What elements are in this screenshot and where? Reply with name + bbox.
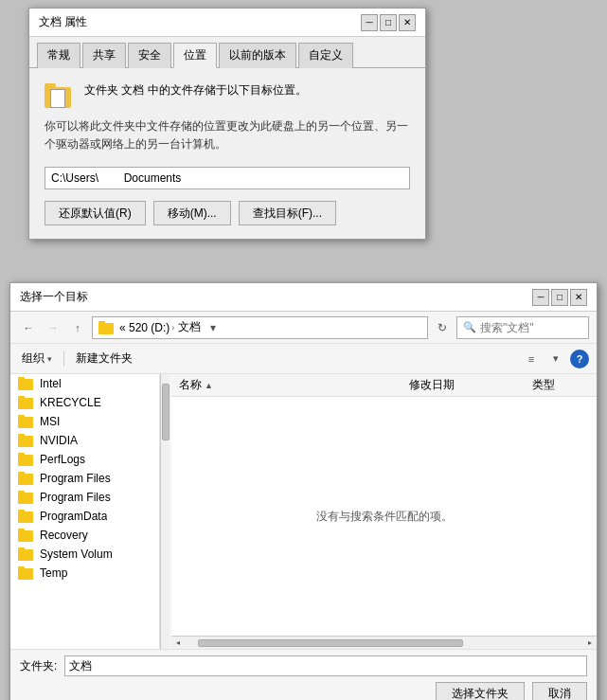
hscroll-left-button[interactable]: ◂ bbox=[171, 637, 185, 650]
col-date-header[interactable]: 修改日期 bbox=[409, 377, 532, 393]
tab-general[interactable]: 常规 bbox=[37, 43, 80, 68]
list-item[interactable]: PerfLogs bbox=[10, 450, 159, 469]
view-icon: ≡ bbox=[528, 353, 534, 365]
properties-title: 文档 属性 bbox=[39, 14, 87, 30]
path-input[interactable] bbox=[45, 167, 410, 189]
tab-previous[interactable]: 以前的版本 bbox=[219, 43, 296, 68]
move-button[interactable]: 移动(M)... bbox=[153, 201, 231, 225]
fp-scrollbar-thumb[interactable] bbox=[162, 384, 170, 440]
fp-minimize-button[interactable]: ─ bbox=[532, 289, 549, 306]
folder-icon bbox=[18, 491, 35, 504]
minimize-button[interactable]: ─ bbox=[361, 14, 378, 31]
filepicker-dialog: 选择一个目标 ─ □ ✕ ← → ↑ « 520 (D:) › 文档 ▾ ↻ 🔍 bbox=[9, 282, 598, 700]
folder-icon bbox=[18, 510, 35, 523]
list-item[interactable]: ProgramData bbox=[10, 507, 159, 526]
properties-titlebar: 文档 属性 ─ □ ✕ bbox=[29, 9, 425, 37]
restore-default-button[interactable]: 还原默认值(R) bbox=[45, 201, 146, 225]
path-input-row bbox=[45, 167, 410, 189]
properties-dialog: 文档 属性 ─ □ ✕ 常规 共享 安全 位置 以前的版本 自定义 文件夹 文档… bbox=[28, 8, 426, 240]
list-item[interactable]: Program Files bbox=[10, 469, 159, 488]
folder-label: NVIDIA bbox=[40, 434, 78, 447]
list-item-recovery[interactable]: Recovery bbox=[10, 526, 159, 545]
search-bar[interactable]: 🔍 bbox=[456, 316, 589, 339]
col-type-header[interactable]: 类型 bbox=[532, 377, 589, 393]
fp-right-pane: 名称 ▲ 修改日期 类型 没有与搜索条件匹配的项。 ◂ ▸ bbox=[171, 374, 597, 649]
properties-content: 文件夹 文档 中的文件存储于以下目标位置。 你可以将此文件夹中文件存储的位置更改… bbox=[29, 68, 425, 239]
maximize-button[interactable]: □ bbox=[380, 14, 397, 31]
tab-share[interactable]: 共享 bbox=[82, 43, 126, 68]
folder-label: PerfLogs bbox=[40, 453, 85, 466]
fp-toolbar: 组织 ▾ 新建文件夹 ≡ ▾ ? bbox=[10, 344, 597, 374]
organize-label: 组织 bbox=[22, 350, 45, 367]
fp-horizontal-scrollbar[interactable]: ◂ ▸ bbox=[171, 636, 597, 649]
tab-location[interactable]: 位置 bbox=[173, 43, 217, 68]
list-item[interactable]: Program Files bbox=[10, 488, 159, 507]
search-input[interactable] bbox=[480, 321, 582, 334]
list-item[interactable]: KRECYCLE bbox=[10, 393, 159, 412]
select-folder-button[interactable]: 选择文件夹 bbox=[436, 682, 525, 700]
help-button[interactable]: ? bbox=[570, 350, 589, 368]
filepicker-titlebar-controls: ─ □ ✕ bbox=[532, 289, 587, 306]
info-row: 文件夹 文档 中的文件存储于以下目标位置。 bbox=[45, 81, 410, 108]
folder-label: ProgramData bbox=[40, 510, 107, 523]
col-name-header[interactable]: 名称 ▲ bbox=[179, 377, 409, 393]
address-folder-icon bbox=[98, 321, 116, 334]
hscroll-thumb[interactable] bbox=[198, 639, 463, 647]
folder-icon bbox=[18, 377, 35, 390]
back-button[interactable]: ← bbox=[18, 317, 39, 338]
cancel-button[interactable]: 取消 bbox=[532, 682, 587, 700]
filename-input[interactable] bbox=[64, 655, 587, 676]
fp-vertical-scrollbar[interactable] bbox=[160, 374, 170, 649]
organize-dropdown-icon: ▾ bbox=[47, 354, 52, 364]
folder-label: MSI bbox=[40, 415, 60, 428]
up-button[interactable]: ↑ bbox=[67, 317, 88, 338]
folder-icon bbox=[18, 396, 35, 409]
view-dropdown-button[interactable]: ▾ bbox=[545, 349, 566, 369]
list-item[interactable]: Intel bbox=[10, 374, 159, 393]
address-segment-folder: 文档 bbox=[178, 319, 201, 335]
folder-label: Temp bbox=[40, 566, 67, 580]
find-target-button[interactable]: 查找目标(F)... bbox=[239, 201, 336, 225]
fp-body: Intel KRECYCLE MSI NVIDIA PerfLogs bbox=[10, 374, 597, 649]
folder-icon bbox=[18, 472, 35, 485]
list-item[interactable]: NVIDIA bbox=[10, 431, 159, 450]
list-item[interactable]: MSI bbox=[10, 412, 159, 431]
fp-close-button[interactable]: ✕ bbox=[570, 289, 587, 306]
hscroll-right-button[interactable]: ▸ bbox=[583, 637, 597, 650]
folder-doc-icon bbox=[45, 81, 75, 108]
close-button[interactable]: ✕ bbox=[399, 14, 416, 31]
refresh-button[interactable]: ↻ bbox=[432, 317, 453, 338]
search-icon: 🔍 bbox=[463, 321, 476, 333]
fp-columns-header: 名称 ▲ 修改日期 类型 bbox=[171, 374, 597, 397]
list-item[interactable]: System Volum bbox=[10, 545, 159, 564]
fp-left-pane: Intel KRECYCLE MSI NVIDIA PerfLogs bbox=[10, 374, 160, 649]
address-dropdown-arrow[interactable]: ▾ bbox=[206, 321, 220, 334]
tab-custom[interactable]: 自定义 bbox=[298, 43, 353, 68]
address-segment-drive: « 520 (D:) › bbox=[119, 321, 174, 334]
toolbar-separator bbox=[63, 351, 64, 367]
filepicker-titlebar: 选择一个目标 ─ □ ✕ bbox=[10, 283, 597, 312]
fp-footer: 文件夹: 选择文件夹 取消 bbox=[10, 649, 597, 700]
tabs-container: 常规 共享 安全 位置 以前的版本 自定义 bbox=[29, 37, 425, 68]
location-description2: 你可以将此文件夹中文件存储的位置更改为此硬盘上的另一个位置、另一个驱动器或网络上… bbox=[45, 117, 410, 153]
fp-maximize-button[interactable]: □ bbox=[551, 289, 568, 306]
tab-security[interactable]: 安全 bbox=[128, 43, 171, 68]
folder-icon bbox=[18, 566, 35, 580]
properties-buttons: 还原默认值(R) 移动(M)... 查找目标(F)... bbox=[45, 201, 410, 225]
folder-icon bbox=[18, 434, 35, 447]
doc-overlay bbox=[50, 89, 65, 108]
list-item[interactable]: Temp bbox=[10, 564, 159, 583]
folder-label: System Volum bbox=[40, 547, 113, 561]
folder-icon bbox=[18, 453, 35, 466]
location-description1: 文件夹 文档 中的文件存储于以下目标位置。 bbox=[84, 81, 307, 99]
folder-icon bbox=[18, 415, 35, 428]
new-folder-label: 新建文件夹 bbox=[76, 350, 133, 367]
view-icon-button[interactable]: ≡ bbox=[521, 349, 542, 369]
fp-navbar: ← → ↑ « 520 (D:) › 文档 ▾ ↻ 🔍 bbox=[10, 312, 597, 344]
folder-icon bbox=[18, 547, 35, 561]
address-bar[interactable]: « 520 (D:) › 文档 ▾ bbox=[92, 316, 428, 339]
forward-button[interactable]: → bbox=[43, 317, 63, 338]
new-folder-button[interactable]: 新建文件夹 bbox=[72, 349, 136, 368]
folder-label: Program Files bbox=[40, 472, 111, 485]
organize-button[interactable]: 组织 ▾ bbox=[18, 349, 56, 368]
